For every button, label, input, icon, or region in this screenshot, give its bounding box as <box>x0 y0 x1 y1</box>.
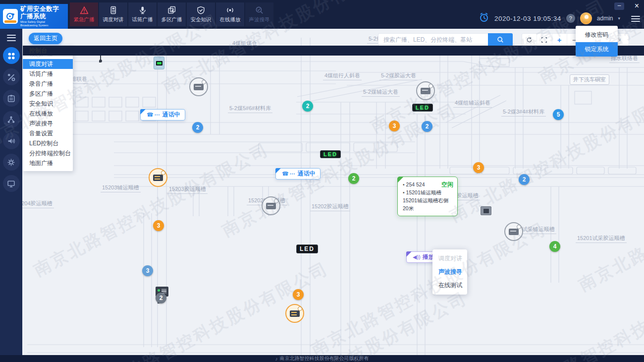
back-home-button[interactable]: 返回主页 <box>29 33 62 44</box>
context-menu-item-声波搜寻[interactable]: 声波搜寻 <box>432 265 467 279</box>
fit-screen-icon <box>541 37 547 43</box>
toolbar-button-安全知识[interactable]: 安全知识 <box>187 2 215 26</box>
map-marker[interactable]: 2 <box>519 174 530 185</box>
avatar[interactable] <box>580 12 592 24</box>
map-label: 5-2煤辅运大巷 <box>362 88 400 97</box>
toolbar-button-调度对讲[interactable]: 调度对讲 <box>99 2 127 26</box>
sidebar-item-tools[interactable] <box>3 68 20 85</box>
toolbar-button-label: 安全知识 <box>191 16 212 23</box>
menu-item-声波搜寻[interactable]: 声波搜寻 <box>23 119 73 128</box>
call-dots-icon: ⋯ <box>290 171 296 177</box>
map-marker[interactable]: 3 <box>473 162 484 173</box>
minimize-button[interactable]: – <box>614 2 624 10</box>
sidebar-item-topology[interactable] <box>3 111 20 128</box>
menu-item-安全知识[interactable]: 安全知识 <box>23 99 73 109</box>
led-screen-badge[interactable]: LED <box>296 244 318 253</box>
map-marker[interactable]: 4 <box>549 241 560 252</box>
user-menu-item-锁定系统[interactable]: 锁定系统 <box>576 42 618 57</box>
menu-item-音量设置[interactable]: 音量设置 <box>23 128 73 138</box>
sidebar-item-settings[interactable] <box>3 154 20 171</box>
device-context-menu: 调度对讲声波搜寻在线测试 <box>432 249 467 295</box>
sidebar-collapse-icon[interactable] <box>7 33 16 43</box>
menu-item-分控终端控制台[interactable]: 分控终端控制台 <box>23 148 73 158</box>
multizone-icon <box>167 6 176 14</box>
sidebar-item-schedule[interactable] <box>3 90 20 107</box>
map-label: 15203胶运顺槽 <box>167 185 208 194</box>
camera-device-icon[interactable] <box>504 222 523 241</box>
map-marker[interactable]: 5 <box>553 109 564 120</box>
map-marker[interactable]: 3 <box>293 289 304 300</box>
toolbar-button-紧急广播[interactable]: 紧急广播 <box>70 2 98 26</box>
terminal-device-icon[interactable] <box>154 57 164 69</box>
callout-text: 通话中 <box>162 111 180 119</box>
search-icon <box>497 36 504 43</box>
help-icon[interactable]: ? <box>566 14 575 23</box>
toolbar-button-label: 多区广播 <box>161 16 182 23</box>
toolbar-button-label: 声波搜寻 <box>249 16 270 23</box>
toolbar-button-声波搜寻[interactable]: 声波搜寻 <box>245 2 273 26</box>
in-call-callout[interactable]: ☎⋯通话中 <box>275 168 321 180</box>
broadcast-icon <box>7 137 15 145</box>
username[interactable]: admin <box>597 15 613 22</box>
terminal-icon <box>7 180 15 188</box>
console-menu-panel: 控制台紧急广播调度对讲话筒广播录音广播多区广播安全知识在线播放声波搜寻音量设置L… <box>23 46 73 171</box>
alarm-clock-icon[interactable] <box>479 12 489 25</box>
map-zoom-controls: + − <box>522 33 582 46</box>
menu-item-在线播放[interactable]: 在线播放 <box>23 109 73 119</box>
led-screen-badge[interactable]: LED <box>320 150 341 158</box>
map-marker[interactable]: 2 <box>192 122 203 133</box>
map-refresh-button[interactable] <box>522 34 537 46</box>
sidebar-item-terminal[interactable] <box>3 175 20 192</box>
phone-icon: ☎ <box>282 171 289 177</box>
mic-icon <box>138 6 147 14</box>
map-fit-button[interactable] <box>537 34 552 46</box>
menu-item-多区广播[interactable]: 多区广播 <box>23 89 73 99</box>
context-menu-item-在线测试[interactable]: 在线测试 <box>432 279 467 292</box>
search-input[interactable] <box>378 33 488 46</box>
knowledge-icon <box>197 6 205 14</box>
sonar-icon <box>255 6 264 14</box>
tooltip-fold-corner-icon <box>397 177 404 183</box>
camera-device-icon[interactable] <box>189 77 208 96</box>
map-marker[interactable]: 3 <box>142 265 153 276</box>
sound-wave-icon: ◀)) <box>413 254 421 260</box>
menu-item-调度对讲[interactable]: 调度对讲 <box>23 59 73 69</box>
context-menu-item-调度对讲[interactable]: 调度对讲 <box>432 252 467 265</box>
user-menu-item-修改密码[interactable]: 修改密码 <box>576 28 618 42</box>
map-marker[interactable]: 3 <box>389 121 400 131</box>
map-marker[interactable]: 2 <box>302 101 313 112</box>
in-call-callout[interactable]: ☎⋯通话中 <box>140 109 185 121</box>
menu-item-话筒广播[interactable]: 话筒广播 <box>23 69 73 79</box>
toolbar-button-多区广播[interactable]: 多区广播 <box>158 2 186 26</box>
alarm-icon <box>80 6 88 14</box>
menu-item-LED控制台[interactable]: LED控制台 <box>23 138 73 148</box>
toolbar-button-在线播放[interactable]: 在线播放 <box>216 2 244 26</box>
menu-item-录音广播[interactable]: 录音广播 <box>23 79 73 89</box>
map-label: 15203辅运顺槽 <box>101 184 141 192</box>
map-marker[interactable]: 3 <box>153 220 164 231</box>
app-title: 矿用安全数字广播系统 <box>20 5 65 20</box>
camera-device-icon[interactable] <box>416 81 435 100</box>
map-marker[interactable]: 2 <box>156 293 166 303</box>
call-dots-icon: ⋯ <box>155 112 161 118</box>
splitter-device-icon[interactable] <box>481 206 491 215</box>
search-button[interactable] <box>488 33 513 46</box>
toolbar-button-话筒广播[interactable]: 话筒广播 <box>128 2 157 26</box>
hamburger-menu-icon[interactable] <box>631 14 640 23</box>
user-chevron-down-icon[interactable]: ▾ <box>618 16 620 21</box>
camera-device-icon[interactable] <box>262 196 280 215</box>
map-marker[interactable]: 2 <box>422 121 432 132</box>
sidebar-item-apps[interactable] <box>3 47 20 64</box>
menu-item-地面广播[interactable]: 地面广播 <box>23 158 73 168</box>
speaker-device-icon[interactable] <box>285 304 304 323</box>
tooltip-device-id: 254 524 <box>403 181 425 189</box>
device-status-tooltip: 254 524 空闲 15201辅运顺槽15201辅运顺槽右侧20米 <box>397 177 458 216</box>
apps-icon <box>7 52 15 60</box>
map-marker[interactable]: 2 <box>348 173 359 184</box>
sidebar-item-broadcast[interactable] <box>3 132 20 149</box>
led-screen-badge[interactable]: LED <box>412 104 433 112</box>
map-zoom-in-button[interactable]: + <box>552 34 567 46</box>
speaker-device-icon[interactable] <box>149 168 167 187</box>
close-button[interactable]: × <box>635 1 639 10</box>
map-label: 15202胶运顺槽 <box>310 203 350 211</box>
